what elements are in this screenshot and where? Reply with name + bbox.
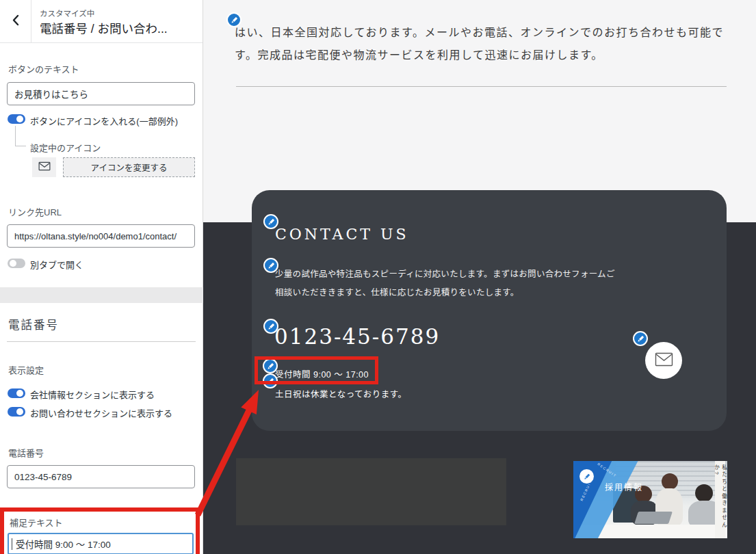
customizing-status-label: カスタマイズ中: [40, 8, 94, 18]
new-tab-toggle-label: 別タブで開く: [30, 258, 83, 271]
section-separator: [0, 287, 203, 303]
placeholder-block: [236, 458, 506, 525]
current-icon-label: 設定中のアイコン: [30, 141, 101, 154]
recruit-banner-title: 採用情報: [605, 481, 643, 492]
icon-toggle-label: ボタンにアイコンを入れる(一部例外): [30, 114, 178, 127]
chevron-left-icon: [12, 14, 19, 29]
site-preview: はい、日本全国対応しております。メールやお電話、オンラインでのお打ち合わせも可能…: [203, 0, 756, 554]
link-url-input[interactable]: [7, 224, 195, 248]
edit-pencil-icon[interactable]: [226, 12, 242, 27]
envelope-icon: [38, 161, 51, 174]
envelope-icon: [655, 352, 673, 369]
person-head: [695, 484, 713, 502]
content-divider: [236, 86, 727, 87]
note-text-input[interactable]: [8, 533, 194, 554]
show-contact-section-toggle[interactable]: [8, 407, 25, 417]
edit-pencil-icon[interactable]: [263, 319, 278, 334]
note-text-label: 補足テキスト: [10, 516, 63, 529]
recruit-banner[interactable]: RECRUIT RECRUIT 採用情報 私たちと働きませんか?: [573, 461, 727, 538]
display-settings-label: 表示設定: [8, 363, 44, 376]
edit-pencil-icon[interactable]: [579, 469, 594, 484]
panel-title: 電話番号 / お問い合わ...: [40, 19, 168, 36]
button-text-label: ボタンのテキスト: [8, 62, 79, 75]
person-head: [662, 473, 678, 490]
customizer-sidebar: カスタマイズ中 電話番号 / お問い合わ... ボタンのテキスト ボタンにアイコ…: [0, 0, 203, 554]
toggle-knob: [16, 408, 23, 415]
text-caret: [12, 538, 12, 550]
link-url-label: リンク先URL: [8, 205, 62, 218]
edit-pencil-icon[interactable]: [263, 214, 278, 229]
mail-contact-button[interactable]: [645, 342, 682, 379]
contact-closed-note: 土日祝は休業となっております。: [275, 387, 406, 400]
laptop: [634, 512, 673, 524]
icon-toggle[interactable]: [8, 114, 25, 124]
recruit-vertical-text: 私たちと働きませんか?: [713, 464, 728, 538]
tree-connector: [15, 126, 26, 146]
back-button[interactable]: [0, 0, 31, 42]
contact-heading: CONTACT US: [275, 226, 409, 243]
phone-number-label: 電話番号: [8, 446, 44, 459]
faq-answer-text: はい、日本全国対応しております。メールやお電話、オンラインでのお打ち合わせも可能…: [235, 21, 731, 66]
show-contact-section-label: お問い合わせセクションに表示する: [30, 406, 172, 419]
contact-hours-text: 受付時間 9:00 〜 17:00: [275, 367, 369, 380]
contact-card: CONTACT US 少量の試作品や特注品もスピーディに対応いたします。まずはお…: [252, 190, 727, 431]
new-tab-toggle[interactable]: [8, 259, 25, 268]
contact-phone-number: 0123-45-6789: [274, 324, 440, 349]
toggle-knob: [16, 116, 23, 122]
change-icon-button[interactable]: アイコンを変更する: [63, 157, 195, 177]
show-company-section-toggle[interactable]: [8, 388, 25, 398]
section-divider: [7, 341, 196, 342]
toggle-knob: [10, 260, 16, 267]
recruit-vertical-strip: 私たちと働きませんか?: [715, 461, 725, 538]
button-text-input[interactable]: [7, 82, 195, 105]
contact-description: 少量の試作品や特注品もスピーディに対応いたします。まずはお問い合わせフォームご相…: [275, 265, 618, 302]
customizer-header: カスタマイズ中 電話番号 / お問い合わ...: [0, 0, 203, 43]
current-icon-preview[interactable]: [32, 157, 56, 177]
show-company-section-label: 会社情報セクションに表示する: [30, 388, 155, 401]
edit-pencil-icon[interactable]: [263, 373, 278, 388]
phone-section-heading: 電話番号: [8, 316, 59, 332]
edit-pencil-icon[interactable]: [263, 358, 278, 373]
phone-number-input[interactable]: [7, 465, 195, 488]
toggle-knob: [16, 390, 23, 397]
edit-pencil-icon[interactable]: [633, 331, 648, 346]
edit-pencil-icon[interactable]: [263, 258, 278, 273]
